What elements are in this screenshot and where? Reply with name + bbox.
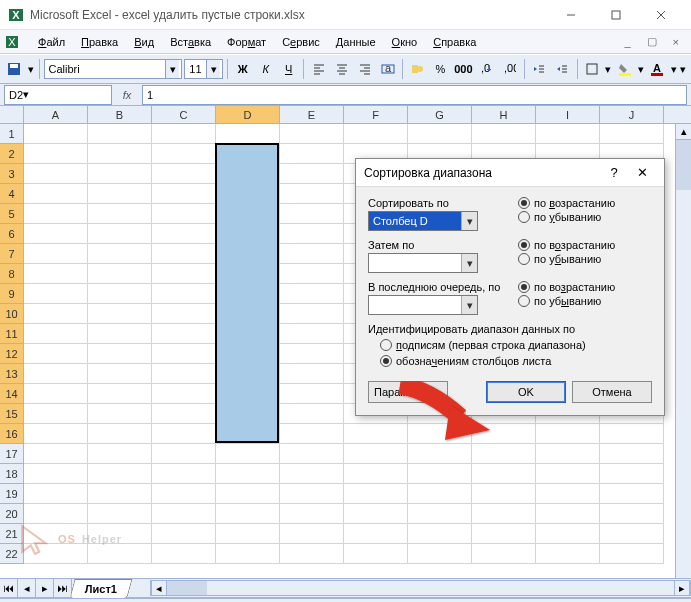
menu-doc-close[interactable]: × <box>665 34 687 50</box>
cell-A18[interactable] <box>24 464 88 484</box>
cell-B4[interactable] <box>88 184 152 204</box>
cell-A19[interactable] <box>24 484 88 504</box>
cell-D16[interactable]: 6 <box>216 424 280 444</box>
row-header-21[interactable]: 21 <box>0 524 24 544</box>
cell-B2[interactable] <box>88 144 152 164</box>
cell-H21[interactable] <box>472 524 536 544</box>
cell-E18[interactable] <box>280 464 344 484</box>
sheet-tab-1[interactable]: Лист1 <box>69 579 132 598</box>
cell-A17[interactable] <box>24 444 88 464</box>
cell-C7[interactable] <box>152 244 216 264</box>
align-center-button[interactable] <box>331 58 352 80</box>
cell-C6[interactable] <box>152 224 216 244</box>
col-header-J[interactable]: J <box>600 106 664 123</box>
menu-tools[interactable]: Сервис <box>274 34 328 50</box>
cell-D12[interactable] <box>216 344 280 364</box>
cell-F17[interactable] <box>344 444 408 464</box>
cell-J22[interactable] <box>600 544 664 564</box>
cell-A15[interactable] <box>24 404 88 424</box>
cell-D4[interactable]: 2 <box>216 184 280 204</box>
merge-center-button[interactable]: a <box>377 58 398 80</box>
cell-E1[interactable] <box>280 124 344 144</box>
cell-E2[interactable] <box>280 144 344 164</box>
scroll-left-button[interactable]: ◂ <box>151 581 167 595</box>
cell-D2[interactable]: 1 <box>216 144 280 164</box>
cell-C12[interactable] <box>152 344 216 364</box>
cell-H16[interactable] <box>472 424 536 444</box>
row-header-17[interactable]: 17 <box>0 444 24 464</box>
row-header-18[interactable]: 18 <box>0 464 24 484</box>
currency-button[interactable] <box>407 58 428 80</box>
cell-J16[interactable] <box>600 424 664 444</box>
cell-I20[interactable] <box>536 504 600 524</box>
cell-C1[interactable] <box>152 124 216 144</box>
cell-C20[interactable] <box>152 504 216 524</box>
cell-B21[interactable] <box>88 524 152 544</box>
horizontal-scrollbar[interactable]: ◂ ▸ <box>150 580 691 596</box>
cell-E9[interactable] <box>280 284 344 304</box>
col-header-B[interactable]: B <box>88 106 152 123</box>
decrease-indent-button[interactable] <box>529 58 550 80</box>
cell-C22[interactable] <box>152 544 216 564</box>
underline-button[interactable]: Ч <box>278 58 299 80</box>
row-header-10[interactable]: 10 <box>0 304 24 324</box>
cell-D6[interactable] <box>216 224 280 244</box>
row-header-6[interactable]: 6 <box>0 224 24 244</box>
sort-by-select[interactable]: Столбец D ▾ <box>368 211 478 231</box>
cell-I21[interactable] <box>536 524 600 544</box>
cell-C9[interactable] <box>152 284 216 304</box>
cell-I16[interactable] <box>536 424 600 444</box>
cell-E17[interactable] <box>280 444 344 464</box>
sort1-asc-radio[interactable] <box>518 197 530 209</box>
cell-E7[interactable] <box>280 244 344 264</box>
col-header-C[interactable]: C <box>152 106 216 123</box>
cell-E3[interactable] <box>280 164 344 184</box>
col-header-E[interactable]: E <box>280 106 344 123</box>
cell-B22[interactable] <box>88 544 152 564</box>
cell-H19[interactable] <box>472 484 536 504</box>
cell-I17[interactable] <box>536 444 600 464</box>
cell-E8[interactable] <box>280 264 344 284</box>
cell-C11[interactable] <box>152 324 216 344</box>
sort2-desc-radio[interactable] <box>518 253 530 265</box>
scroll-thumb[interactable] <box>676 140 691 190</box>
then-by2-select[interactable]: ▾ <box>368 295 478 315</box>
col-header-A[interactable]: A <box>24 106 88 123</box>
cancel-button[interactable]: Отмена <box>572 381 652 403</box>
cell-J18[interactable] <box>600 464 664 484</box>
cell-A9[interactable] <box>24 284 88 304</box>
cell-I1[interactable] <box>536 124 600 144</box>
cell-B7[interactable] <box>88 244 152 264</box>
cell-B11[interactable] <box>88 324 152 344</box>
identify-headers-radio[interactable] <box>380 339 392 351</box>
col-header-G[interactable]: G <box>408 106 472 123</box>
col-header-D[interactable]: D <box>216 106 280 123</box>
cell-A21[interactable] <box>24 524 88 544</box>
cell-C19[interactable] <box>152 484 216 504</box>
cell-A14[interactable] <box>24 384 88 404</box>
row-header-12[interactable]: 12 <box>0 344 24 364</box>
font-color-dd[interactable]: ▾ <box>670 58 678 80</box>
excel-doc-icon[interactable]: X <box>4 34 20 50</box>
cell-G21[interactable] <box>408 524 472 544</box>
row-header-16[interactable]: 16 <box>0 424 24 444</box>
cell-B8[interactable] <box>88 264 152 284</box>
cell-G16[interactable] <box>408 424 472 444</box>
font-color-button[interactable]: A <box>647 58 668 80</box>
col-header-I[interactable]: I <box>536 106 600 123</box>
vertical-scrollbar[interactable]: ▴ <box>675 124 691 578</box>
then-by-select[interactable]: ▾ <box>368 253 478 273</box>
cell-D3[interactable] <box>216 164 280 184</box>
scroll-up-button[interactable]: ▴ <box>676 124 691 140</box>
cell-E13[interactable] <box>280 364 344 384</box>
cell-E15[interactable] <box>280 404 344 424</box>
cell-A16[interactable] <box>24 424 88 444</box>
cell-D18[interactable] <box>216 464 280 484</box>
cell-E20[interactable] <box>280 504 344 524</box>
fx-label[interactable]: fx <box>112 89 142 101</box>
cell-E21[interactable] <box>280 524 344 544</box>
menu-edit[interactable]: Правка <box>73 34 126 50</box>
col-header-F[interactable]: F <box>344 106 408 123</box>
cell-D13[interactable]: 5 <box>216 364 280 384</box>
cell-E14[interactable] <box>280 384 344 404</box>
